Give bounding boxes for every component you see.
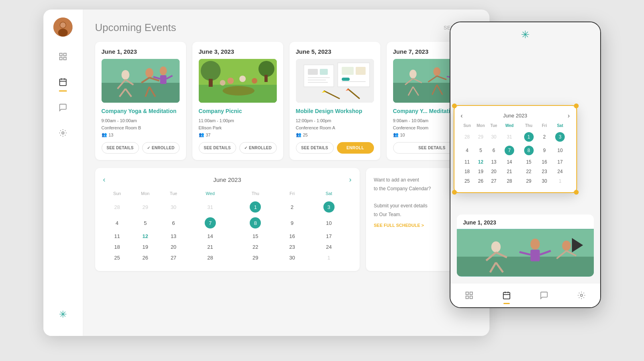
calendar-prev-btn[interactable]: ‹ xyxy=(103,176,106,183)
svg-point-12 xyxy=(62,132,64,134)
popup-day[interactable]: 15 xyxy=(519,157,538,167)
popup-day[interactable]: 7 xyxy=(500,144,519,157)
cal-day[interactable]: 12 xyxy=(131,231,159,242)
cal-day[interactable]: 1 xyxy=(306,252,352,263)
popup-day[interactable]: 28 xyxy=(461,130,474,144)
popup-day[interactable]: 10 xyxy=(550,144,570,157)
cal-day[interactable]: 3 xyxy=(306,199,352,215)
cal-day[interactable]: 6 xyxy=(159,215,188,231)
sidebar-item-chat[interactable] xyxy=(55,100,71,115)
cal-day[interactable]: 18 xyxy=(103,242,131,252)
see-details-btn-2[interactable]: SEE DETAILS xyxy=(199,142,236,154)
popup-day[interactable]: 19 xyxy=(474,167,488,176)
cal-day[interactable]: 5 xyxy=(131,215,159,231)
cal-day[interactable]: 29 xyxy=(233,252,278,263)
event-name-2: Company Picnic xyxy=(199,107,277,115)
popup-day[interactable]: 30 xyxy=(538,176,550,186)
popup-day[interactable]: 28 xyxy=(500,176,519,186)
check-icon-2: ✓ xyxy=(244,146,247,150)
cal-day[interactable]: 10 xyxy=(306,215,352,231)
mobile-nav-grid[interactable] xyxy=(462,288,476,302)
corner-handle-tl xyxy=(452,103,457,108)
cal-day[interactable]: 1 xyxy=(233,199,278,215)
popup-day[interactable]: 30 xyxy=(488,130,500,144)
svg-point-58 xyxy=(409,70,417,78)
cal-day[interactable]: 2 xyxy=(278,199,306,215)
popup-day[interactable]: 27 xyxy=(488,176,500,186)
calendar-next-btn[interactable]: › xyxy=(349,176,351,183)
popup-day[interactable]: 18 xyxy=(461,167,474,176)
popup-day[interactable]: 21 xyxy=(500,167,519,176)
cal-day[interactable]: 9 xyxy=(278,215,306,231)
cal-day[interactable]: 30 xyxy=(278,252,306,263)
cal-day[interactable]: 26 xyxy=(131,252,159,263)
popup-day[interactable]: 1 xyxy=(519,130,538,144)
svg-point-25 xyxy=(160,66,167,75)
cal-day[interactable]: 21 xyxy=(188,242,233,252)
popup-day[interactable]: 25 xyxy=(461,176,474,186)
cal-day[interactable]: 27 xyxy=(159,252,188,263)
cal-day[interactable]: 4 xyxy=(103,215,131,231)
avatar[interactable] xyxy=(53,18,72,37)
cal-day[interactable]: 7 xyxy=(188,215,233,231)
see-details-btn-1[interactable]: SEE DETAILS xyxy=(102,142,139,154)
see-details-btn-3[interactable]: SEE DETAILS xyxy=(296,142,334,154)
svg-rect-51 xyxy=(356,67,366,75)
enroll-btn-3[interactable]: ENROLL xyxy=(337,142,374,154)
cal-header-wed: Wed xyxy=(188,189,233,199)
cal-day[interactable]: 20 xyxy=(159,242,188,252)
cal-day[interactable]: 25 xyxy=(103,252,131,263)
svg-rect-89 xyxy=(470,296,472,298)
enrolled-btn-2[interactable]: ✓ ENROLLED xyxy=(239,142,277,154)
cal-day[interactable]: 28 xyxy=(103,199,131,215)
cal-day[interactable]: 11 xyxy=(103,231,131,242)
popup-day[interactable]: 9 xyxy=(538,144,550,157)
mobile-nav-chat[interactable] xyxy=(537,288,551,302)
popup-day[interactable]: 31 xyxy=(500,130,519,144)
popup-day[interactable]: 1 xyxy=(550,176,570,186)
cal-day[interactable]: 15 xyxy=(233,231,278,242)
cal-day[interactable]: 14 xyxy=(188,231,233,242)
popup-day[interactable]: 11 xyxy=(461,157,474,167)
cal-day[interactable]: 8 xyxy=(233,215,278,231)
cal-day[interactable]: 30 xyxy=(159,199,188,215)
cal-day[interactable]: 13 xyxy=(159,231,188,242)
popup-day[interactable]: 29 xyxy=(519,176,538,186)
sidebar-item-settings[interactable] xyxy=(55,125,71,141)
popup-day[interactable]: 29 xyxy=(474,130,488,144)
popup-day[interactable]: 3 xyxy=(550,130,570,144)
cal-day[interactable]: 28 xyxy=(188,252,233,263)
enrolled-btn-1[interactable]: ✓ ENROLLED xyxy=(142,142,180,154)
popup-day[interactable]: 17 xyxy=(550,157,570,167)
cal-day[interactable]: 23 xyxy=(278,242,306,252)
popup-day[interactable]: 14 xyxy=(500,157,519,167)
popup-prev-btn[interactable]: ‹ xyxy=(461,112,463,119)
people-icon-3 xyxy=(296,132,301,137)
popup-day[interactable]: 5 xyxy=(474,144,488,157)
popup-day[interactable]: 2 xyxy=(538,130,550,144)
mobile-nav-calendar[interactable] xyxy=(499,288,514,302)
mobile-nav-settings[interactable] xyxy=(574,288,589,302)
popup-day[interactable]: 26 xyxy=(474,176,488,186)
popup-day[interactable]: 13 xyxy=(488,157,500,167)
popup-day[interactable]: 23 xyxy=(538,167,550,176)
cal-day[interactable]: 24 xyxy=(306,242,352,252)
popup-day[interactable]: 8 xyxy=(519,144,538,157)
cal-day[interactable]: 22 xyxy=(233,242,278,252)
sidebar-item-grid[interactable] xyxy=(55,49,71,64)
cal-day[interactable]: 16 xyxy=(278,231,306,242)
popup-day[interactable]: 6 xyxy=(488,144,500,157)
popup-day[interactable]: 4 xyxy=(461,144,474,157)
cal-day[interactable]: 17 xyxy=(306,231,352,242)
popup-day[interactable]: 22 xyxy=(519,167,538,176)
popup-day[interactable]: 24 xyxy=(550,167,570,176)
popup-day[interactable]: 20 xyxy=(488,167,500,176)
sidebar-item-calendar[interactable] xyxy=(55,74,71,90)
svg-point-33 xyxy=(258,61,274,77)
popup-next-btn[interactable]: › xyxy=(568,112,570,119)
cal-day[interactable]: 29 xyxy=(131,199,159,215)
popup-day[interactable]: 12 xyxy=(474,157,488,167)
popup-day[interactable]: 16 xyxy=(538,157,550,167)
cal-day[interactable]: 19 xyxy=(131,242,159,252)
cal-day[interactable]: 31 xyxy=(188,199,233,215)
